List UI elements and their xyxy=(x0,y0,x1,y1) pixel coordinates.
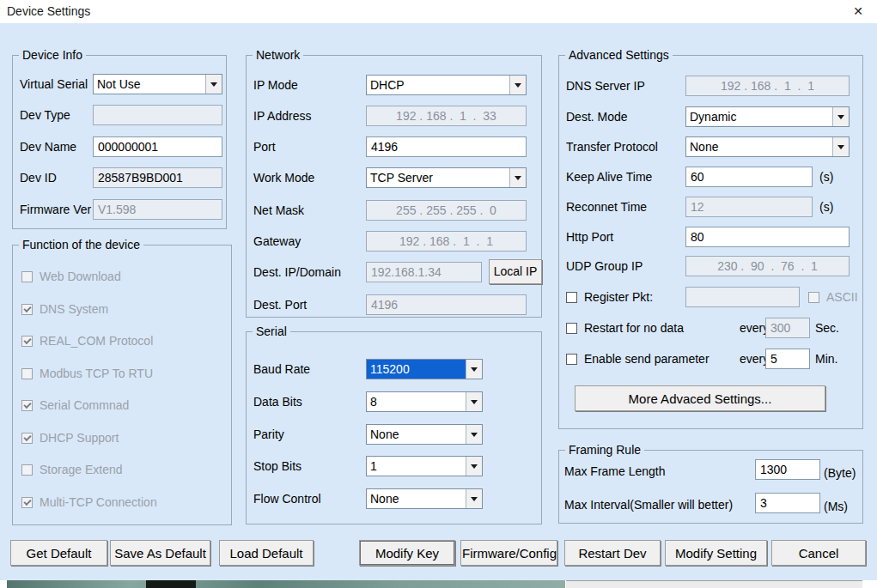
checkbox-label: Enable send parameter xyxy=(584,352,710,366)
work-mode-combo[interactable]: TCP Server xyxy=(366,167,527,188)
checkbox-label: Restart for no data xyxy=(584,321,684,335)
functions-title: Function of the device xyxy=(19,238,143,252)
enable-send-checkbox[interactable]: Enable send parameter xyxy=(566,352,710,366)
dest-mode-value: Dynamic xyxy=(686,107,832,126)
advanced-settings-title: Advanced Settings xyxy=(565,48,673,63)
checkbox-label: Register Pkt: xyxy=(584,290,653,304)
stop-bits-combo[interactable]: 1 xyxy=(366,456,483,476)
ip-mode-label: IP Mode xyxy=(253,75,298,95)
register-pkt-field xyxy=(685,287,800,307)
function-storage-extend: Storage Extend xyxy=(21,463,123,476)
dev-type-label: Dev Type xyxy=(20,105,70,125)
dropdown-arrow-icon xyxy=(466,360,482,379)
transfer-protocol-combo[interactable]: None xyxy=(685,136,850,157)
checkbox-icon xyxy=(566,292,577,303)
keep-alive-label: Keep Alive Time xyxy=(566,167,652,187)
http-port-field[interactable] xyxy=(685,227,850,247)
dev-name-field[interactable] xyxy=(93,136,222,157)
checkbox-label: ASCII xyxy=(826,290,858,304)
cancel-button[interactable]: Cancel xyxy=(771,540,866,566)
baud-rate-label: Baud Rate xyxy=(253,359,310,379)
ip-mode-combo[interactable]: DHCP xyxy=(366,75,527,95)
dev-id-field xyxy=(93,167,222,188)
keep-alive-unit: (s) xyxy=(819,167,833,187)
net-mask-label: Net Mask xyxy=(253,200,304,221)
dropdown-arrow-icon xyxy=(466,489,482,508)
function-dns-system: DNS System xyxy=(21,302,108,316)
restart-dev-button[interactable]: Restart Dev xyxy=(564,540,661,566)
checkbox-icon xyxy=(21,400,33,411)
virtual-serial-value: Not Use xyxy=(94,75,205,94)
ip-address-field xyxy=(366,106,527,126)
dev-id-label: Dev ID xyxy=(20,167,57,188)
local-ip-button[interactable]: Local IP xyxy=(489,259,542,284)
max-frame-label: Max Frame Length xyxy=(564,461,666,482)
modify-setting-button[interactable]: Modify Setting xyxy=(665,540,767,566)
function-dhcp-support: DHCP Support xyxy=(21,431,119,445)
restart-no-data-checkbox[interactable]: Restart for no data xyxy=(566,321,684,335)
serial-group: Serial Baud Rate 115200 Data Bits 8 Pari… xyxy=(246,331,542,524)
dest-mode-combo[interactable]: Dynamic xyxy=(685,106,850,127)
checkbox-label: Storage Extend xyxy=(40,463,123,476)
save-as-default-button[interactable]: Save As Default xyxy=(110,540,210,566)
ip-mode-value: DHCP xyxy=(367,76,509,94)
dropdown-arrow-icon xyxy=(832,107,849,126)
virtual-serial-combo[interactable]: Not Use xyxy=(93,74,222,94)
function-serial-command: Serial Commnad xyxy=(21,398,129,412)
baud-rate-combo[interactable]: 115200 xyxy=(366,359,483,379)
dropdown-arrow-icon xyxy=(509,76,526,94)
dev-type-field xyxy=(93,105,222,125)
dropdown-arrow-icon xyxy=(466,457,482,476)
gateway-field xyxy=(366,231,527,252)
device-settings-dialog: Device Settings ✕ Device Info Virtual Se… xyxy=(0,0,877,588)
register-pkt-checkbox[interactable]: Register Pkt: xyxy=(566,290,653,304)
function-modbus-tcp-rtu: Modbus TCP To RTU xyxy=(21,367,153,380)
function-web-download: Web Download xyxy=(21,270,121,283)
stop-bits-label: Stop Bits xyxy=(253,456,301,476)
parity-combo[interactable]: None xyxy=(366,424,483,445)
get-default-button[interactable]: Get Default xyxy=(10,540,107,566)
max-frame-unit: (Byte) xyxy=(824,463,856,483)
background-window-strip xyxy=(0,580,877,588)
flow-control-label: Flow Control xyxy=(253,488,321,509)
enable-unit: Min. xyxy=(815,349,837,369)
max-frame-field[interactable] xyxy=(755,459,820,480)
checkbox-icon xyxy=(21,336,33,347)
baud-rate-value: 115200 xyxy=(367,360,466,379)
checkbox-icon xyxy=(21,271,33,282)
port-field[interactable] xyxy=(366,136,527,157)
dest-port-field xyxy=(366,294,527,315)
checkbox-label: Web Download xyxy=(40,270,121,283)
dns-server-label: DNS Server IP xyxy=(566,76,645,96)
firmware-config-button[interactable]: Firmware/Config xyxy=(460,540,557,566)
max-interval-field[interactable] xyxy=(755,493,820,513)
dropdown-arrow-icon xyxy=(205,75,222,94)
network-title: Network xyxy=(253,48,303,63)
checkbox-label: Modbus TCP To RTU xyxy=(40,367,153,380)
dialog-body: Device Info Virtual Serial Not Use Dev T… xyxy=(0,23,877,580)
data-bits-combo[interactable]: 8 xyxy=(366,391,483,412)
modify-key-button[interactable]: Modify Key xyxy=(359,540,455,566)
checkbox-icon xyxy=(566,323,577,334)
restart-unit: Sec. xyxy=(815,318,839,338)
dev-name-label: Dev Name xyxy=(20,136,76,157)
flow-control-combo[interactable]: None xyxy=(366,488,483,509)
more-advanced-settings-button[interactable]: More Advaced Settings... xyxy=(575,385,825,411)
keep-alive-field[interactable] xyxy=(685,167,813,187)
title-bar: Device Settings ✕ xyxy=(0,0,877,23)
firmware-ver-field xyxy=(93,199,222,220)
work-mode-label: Work Mode xyxy=(253,167,314,188)
max-interval-label: Max Interval(Smaller will better) xyxy=(564,494,733,515)
enable-every-field[interactable] xyxy=(765,349,810,369)
load-default-button[interactable]: Load Default xyxy=(219,540,314,566)
checkbox-label: DNS System xyxy=(40,302,108,316)
dropdown-arrow-icon xyxy=(466,392,482,411)
checkbox-icon xyxy=(808,292,819,303)
device-info-group: Device Info Virtual Serial Not Use Dev T… xyxy=(12,55,227,229)
dns-server-field xyxy=(685,76,850,96)
functions-group: Function of the device Web Download DNS … xyxy=(12,245,232,525)
close-icon[interactable]: ✕ xyxy=(844,0,872,22)
framing-rule-title: Framing Rule xyxy=(565,443,644,458)
checkbox-label: REAL_COM Protocol xyxy=(40,334,153,348)
parity-value: None xyxy=(367,425,466,444)
